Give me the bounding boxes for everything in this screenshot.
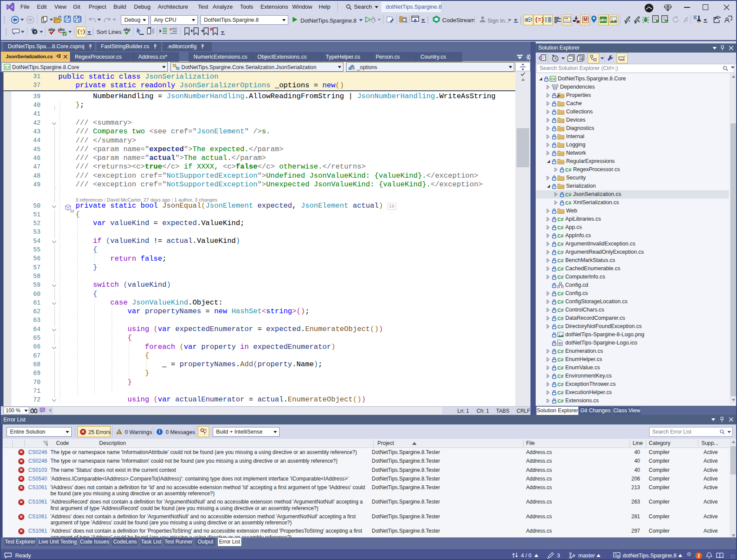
svg-text:C#: C# (557, 398, 564, 404)
svg-text:C#: C# (557, 357, 564, 362)
svg-text:C#: C# (5, 65, 10, 70)
svg-text:C#: C# (557, 374, 564, 379)
svg-text:C#: C# (557, 225, 564, 230)
svg-text:C#: C# (557, 316, 564, 321)
svg-text:C#: C# (557, 349, 564, 354)
svg-text:C#: C# (557, 275, 564, 280)
svg-text:C#: C# (557, 242, 564, 247)
svg-text:!: ! (118, 430, 120, 434)
svg-text:C#: C# (557, 308, 564, 313)
svg-text:abc: abc (48, 27, 55, 32)
svg-text:C#: C# (565, 167, 571, 172)
svg-text:C#: C# (557, 324, 564, 329)
svg-text:C#: C# (557, 250, 564, 255)
svg-text:C#: C# (557, 390, 564, 395)
svg-text:C#: C# (565, 192, 571, 197)
svg-text:abc: abc (58, 27, 65, 32)
svg-text:C#: C# (557, 233, 564, 239)
svg-text:C#: C# (557, 382, 564, 387)
svg-text:C#: C# (557, 258, 564, 263)
svg-text:C#: C# (557, 365, 564, 371)
svg-text:C#: C# (557, 291, 564, 296)
svg-text:C#: C# (565, 200, 571, 205)
svg-text:C#: C# (557, 299, 564, 305)
svg-text:abc: abc (123, 27, 130, 32)
svg-text:C#: C# (557, 266, 564, 272)
svg-text:C#: C# (557, 217, 564, 222)
svg-text:C#: C# (550, 77, 555, 81)
svg-text:7: 7 (203, 431, 206, 435)
svg-text:?: ? (34, 30, 37, 34)
